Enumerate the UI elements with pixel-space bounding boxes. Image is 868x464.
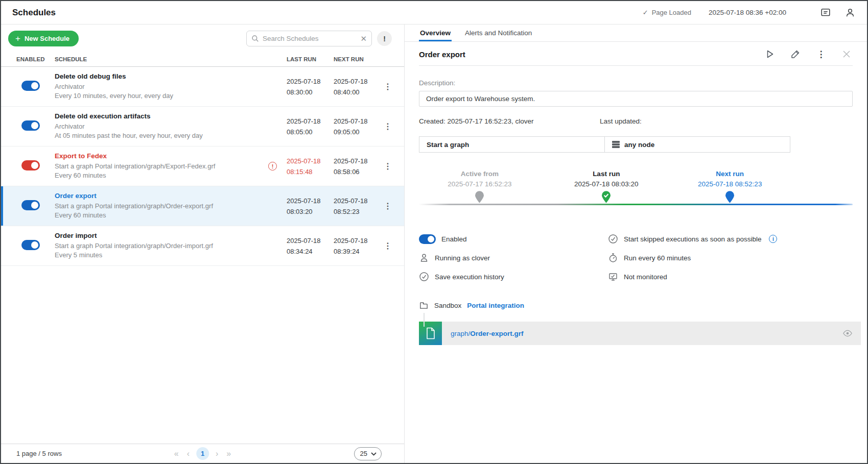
schedule-name: Delete old execution artifacts [55,112,268,120]
schedule-name: Order export [55,192,268,200]
next-run-time: 08:58:06 [334,166,381,177]
last-run-time: 08:05:00 [287,127,334,137]
table-row[interactable]: Order import Start a graph Portal integr… [1,226,404,266]
enabled-toggle[interactable] [21,120,40,131]
column-schedule: SCHEDULE [55,56,268,62]
last-run-time: 08:03:20 [287,206,334,217]
new-schedule-button[interactable]: + New Schedule [8,31,79,46]
info-icon[interactable]: i [769,235,777,243]
clear-search-icon[interactable]: ✕ [360,35,367,42]
next-run-date: 2025-07-18 [334,116,381,127]
last-run-date: 2025-07-18 [287,196,334,206]
first-page-button[interactable]: « [173,449,180,458]
last-run-date: 2025-07-18 [287,116,334,127]
app-window: Schedules ✓ Page Loaded 2025-07-18 08:36… [0,0,868,464]
check-icon: ✓ [643,9,648,16]
search-icon [251,35,259,42]
column-enabled: ENABLED [16,56,55,62]
tab-overview[interactable]: Overview [420,25,451,41]
schedule-table-body: Delete old debug files Archivator Every … [1,67,404,266]
schedule-name: Export to Fedex [55,152,268,160]
schedule-description: Start a graph Portal integration/graph/E… [55,162,268,171]
page-size-select[interactable]: 25 [354,447,382,460]
timeline-active-from: Active from 2025-07-17 16:52:23 [424,170,536,204]
schedule-description: Archivator [55,122,268,131]
more-actions-button[interactable]: ⋮ [816,49,826,59]
last-run-date: 2025-07-18 [287,235,334,246]
schedule-settings: Enabled Start skipped executions as soon… [419,233,853,282]
running-as-setting: Running as clover [419,252,608,263]
row-menu-button[interactable]: ⋮ [381,239,395,253]
sandbox-link[interactable]: Portal integration [467,302,524,309]
list-toolbar: + New Schedule ✕ ! [1,25,404,52]
run-schedule-button[interactable] [765,49,775,59]
preview-eye-icon[interactable] [842,328,853,338]
alerts-indicator-button[interactable]: ! [377,31,392,46]
schedule-description: Archivator [55,82,268,91]
close-detail-icon[interactable] [841,49,852,59]
gray-pin-icon [424,191,536,204]
timeline-last-run: Last run 2025-07-18 08:03:20 [550,170,663,204]
last-run-time: 08:30:00 [287,87,334,97]
user-icon[interactable] [844,7,856,18]
row-menu-button[interactable]: ⋮ [381,199,395,213]
column-next-run: NEXT RUN [334,56,381,62]
schedule-detail-panel: Overview Alerts and Notification Order e… [405,25,867,463]
edit-schedule-button[interactable] [790,49,801,59]
next-run-date: 2025-07-18 [334,196,381,206]
sandbox-label: Sandbox [434,302,461,309]
app-header: Schedules ✓ Page Loaded 2025-07-18 08:36… [1,1,867,25]
detail-tabs: Overview Alerts and Notification [405,25,867,42]
row-menu-button[interactable]: ⋮ [381,159,395,174]
schedule-recurrence: Every 5 minutes [55,251,268,260]
graph-file-link[interactable]: graph/Order-export.grf [451,330,524,337]
previous-page-button[interactable]: ‹ [185,449,191,458]
table-row[interactable]: Order export Start a graph Portal integr… [1,186,404,226]
sandbox-row: Sandbox Portal integration [419,301,853,310]
row-menu-button[interactable]: ⋮ [381,119,395,134]
last-run-date: 2025-07-18 [287,76,334,87]
next-run-date: 2025-07-18 [334,235,381,246]
next-run-time: 08:40:00 [334,87,381,97]
current-page-button[interactable]: 1 [196,447,209,460]
next-run-time: 08:39:24 [334,246,381,257]
pagination-summary: 1 page / 5 rows [16,450,62,457]
enabled-toggle[interactable] [21,81,40,91]
search-schedules-box[interactable]: ✕ [246,31,372,46]
page-loaded-status: ✓ Page Loaded [643,9,691,16]
plus-icon: + [15,34,20,43]
tab-alerts-and-notification[interactable]: Alerts and Notification [465,25,532,41]
schedule-recurrence: Every 10 minutes, every hour, every day [55,91,268,101]
timeline-next-run: Next run 2025-07-18 08:52:23 [674,170,786,204]
enabled-toggle[interactable] [21,160,40,170]
last-run-date: 2025-07-18 [287,156,334,166]
last-run-time: 08:15:48 [287,166,334,177]
enabled-setting: Enabled [419,233,608,245]
row-menu-button[interactable]: ⋮ [381,80,395,94]
enabled-toggle[interactable] [21,200,40,210]
list-footer: 1 page / 5 rows « ‹ 1 › » 25 [1,444,404,463]
schedule-name: Order import [55,232,268,239]
schedule-recurrence: At 05 minutes past the hour, every hour,… [55,131,268,140]
last-updated-label: Last updated: [600,117,853,125]
graph-file-row[interactable]: graph/Order-export.grf [419,322,861,345]
green-check-pin-icon [550,191,663,204]
table-row[interactable]: Export to Fedex Start a graph Portal int… [1,146,404,186]
save-history-setting: Save execution history [419,271,608,282]
page-title: Schedules [12,8,56,18]
table-row[interactable]: Delete old execution artifacts Archivato… [1,107,404,146]
warning-icon: ! [268,162,277,170]
run-every-setting: Run every 60 minutes [608,252,853,263]
next-page-button[interactable]: › [214,449,220,458]
table-row[interactable]: Delete old debug files Archivator Every … [1,67,404,107]
search-input[interactable] [263,35,357,42]
feedback-icon[interactable] [820,7,831,18]
server-timestamp: 2025-07-18 08:36 +02:00 [709,9,786,16]
enabled-toggle[interactable] [419,234,436,244]
run-timeline: Active from 2025-07-17 16:52:23 Last run… [419,170,853,210]
last-page-button[interactable]: » [225,449,232,458]
schedule-name: Delete old debug files [55,72,268,80]
enabled-toggle[interactable] [21,240,40,250]
schedule-recurrence: Every 60 minutes [55,211,268,220]
schedule-description: Start a graph Portal integration/graph/O… [55,202,268,211]
